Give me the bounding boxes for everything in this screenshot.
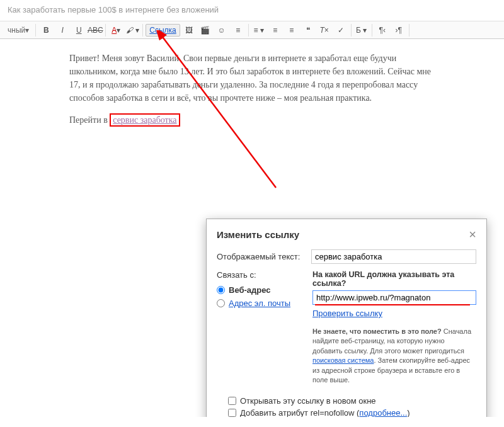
align-button[interactable]: ≡ ▾ (251, 24, 266, 37)
format-dropdown[interactable]: чный ▾ (4, 24, 33, 37)
ltr-button[interactable]: ¶‹ (375, 24, 390, 37)
numbered-list-button[interactable]: ≡ (268, 24, 283, 37)
strikethrough-button[interactable]: ABC (88, 24, 103, 37)
test-link[interactable]: Проверить ссылку (312, 309, 382, 318)
rtl-button[interactable]: ›¶ (391, 24, 406, 37)
insert-emoji-button[interactable]: ☺ (214, 24, 229, 37)
post-title-input[interactable] (8, 5, 496, 14)
checkbox-nofollow-label: Добавить атрибут rel=nofollow (подробнее… (240, 408, 410, 417)
checkbox-new-window[interactable] (228, 397, 236, 405)
edit-link-dialog: Изменить ссылку × Отображаемый текст: Св… (206, 219, 487, 417)
remove-format-button[interactable]: T× (317, 24, 332, 37)
url-input[interactable] (312, 290, 476, 305)
insert-link-button[interactable]: Ссылка (146, 24, 180, 37)
link-highlight-box: сервис заработка (110, 113, 180, 127)
radio-email-label[interactable]: Адрес эл. почты (229, 299, 290, 308)
dialog-title: Изменить ссылку (217, 229, 299, 240)
radio-web-label: Веб-адрес (229, 285, 271, 295)
quote-button[interactable]: ❝ (301, 24, 316, 37)
insert-image-button[interactable]: 🖼 (181, 24, 197, 37)
paragraph-2[interactable]: Перейти в сервис заработка (69, 113, 435, 127)
spellcheck-button[interactable]: ✓ (333, 24, 348, 37)
checkbox-nofollow[interactable] (228, 409, 236, 417)
help-text: Не знаете, что поместить в это поле? Сна… (312, 327, 476, 385)
insert-video-button[interactable]: 🎬 (198, 24, 213, 37)
insert-jump-button[interactable]: ≡ (231, 24, 246, 37)
search-engine-link[interactable]: поисковая система (312, 356, 374, 364)
bold-button[interactable]: B (38, 24, 54, 37)
close-icon[interactable]: × (469, 228, 476, 241)
paragraph-1[interactable]: Привет! Меня зовут Василий. Свои первые … (69, 52, 435, 105)
nofollow-more-link[interactable]: подробнее... (359, 408, 407, 417)
checkbox-new-window-label: Открывать эту ссылку в новом окне (240, 396, 376, 406)
service-link[interactable]: сервис заработка (113, 115, 176, 125)
display-text-input[interactable] (311, 249, 476, 264)
italic-button[interactable]: I (55, 24, 70, 37)
radio-email[interactable] (217, 299, 225, 307)
editor-toolbar: чный ▾ B I U ABC A ▾ 🖌 ▾ Ссылка 🖼 🎬 ☺ ≡ … (0, 21, 504, 39)
translit-button[interactable]: Б ▾ (354, 24, 369, 37)
link-with-label: Связать с: (217, 270, 305, 280)
display-text-label: Отображаемый текст: (217, 252, 305, 261)
underline-button[interactable]: U (71, 24, 86, 37)
radio-web-address[interactable] (217, 286, 225, 294)
text-color-button[interactable]: A ▾ (108, 24, 123, 37)
editor-canvas[interactable]: Привет! Меня зовут Василий. Свои первые … (0, 39, 504, 417)
highlight-button[interactable]: 🖌 ▾ (125, 24, 140, 37)
url-question-label: На какой URL должна указывать эта ссылка… (312, 270, 476, 288)
bullet-list-button[interactable]: ≡ (284, 24, 299, 37)
